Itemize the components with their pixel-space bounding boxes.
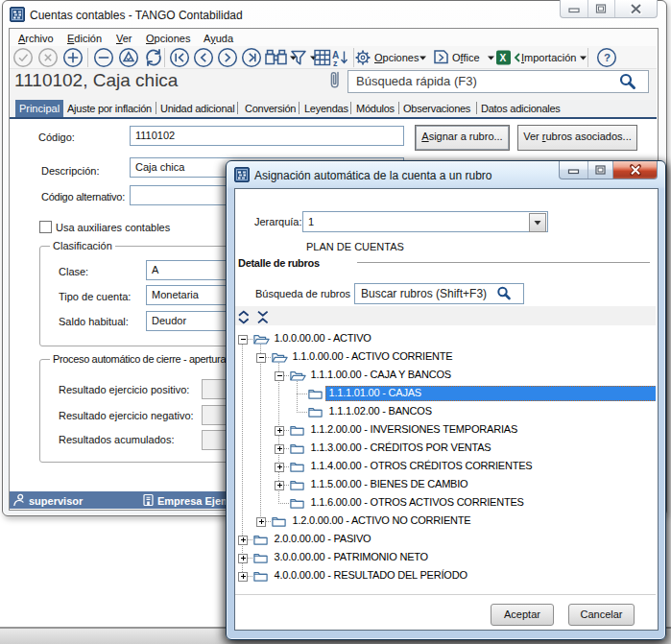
svg-text:X: X	[500, 53, 507, 63]
svg-text:z: z	[333, 59, 338, 68]
svg-text:?: ?	[604, 52, 611, 63]
